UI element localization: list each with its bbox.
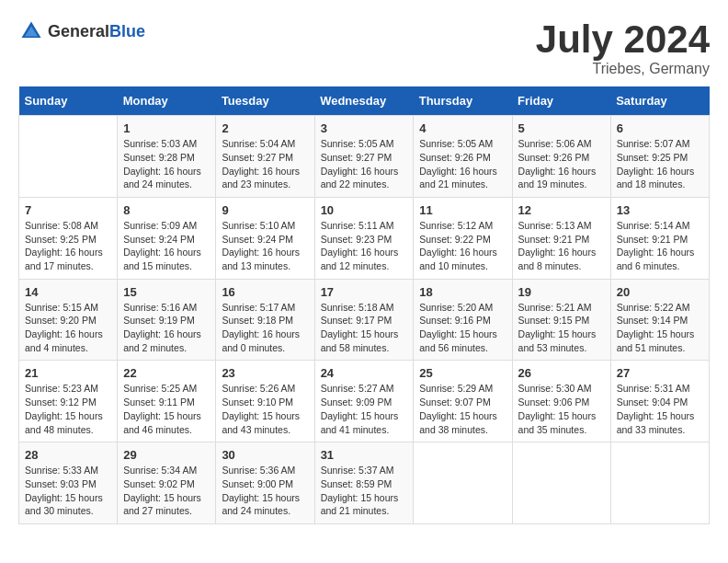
day-number: 11 xyxy=(419,203,506,217)
calendar-week-row: 28Sunrise: 5:33 AM Sunset: 9:03 PM Dayli… xyxy=(19,442,710,524)
day-number: 18 xyxy=(419,285,506,299)
day-number: 26 xyxy=(518,366,605,380)
day-info: Sunrise: 5:14 AM Sunset: 9:21 PM Dayligh… xyxy=(617,219,703,273)
calendar-cell: 26Sunrise: 5:30 AM Sunset: 9:06 PM Dayli… xyxy=(512,361,610,442)
header-day-wednesday: Wednesday xyxy=(314,86,414,116)
day-info: Sunrise: 5:22 AM Sunset: 9:14 PM Dayligh… xyxy=(617,301,703,355)
logo: GeneralBlue xyxy=(18,18,145,44)
calendar-table: SundayMondayTuesdayWednesdayThursdayFrid… xyxy=(18,86,710,524)
calendar-header-row: SundayMondayTuesdayWednesdayThursdayFrid… xyxy=(19,86,710,116)
day-number: 10 xyxy=(321,203,408,217)
day-info: Sunrise: 5:09 AM Sunset: 9:24 PM Dayligh… xyxy=(123,219,210,273)
calendar-cell: 2Sunrise: 5:04 AM Sunset: 9:27 PM Daylig… xyxy=(216,116,314,198)
day-info: Sunrise: 5:05 AM Sunset: 9:27 PM Dayligh… xyxy=(321,137,408,191)
calendar-cell xyxy=(610,442,709,524)
day-info: Sunrise: 5:03 AM Sunset: 9:28 PM Dayligh… xyxy=(123,137,210,191)
calendar-cell: 17Sunrise: 5:18 AM Sunset: 9:17 PM Dayli… xyxy=(314,279,414,361)
calendar-cell xyxy=(19,116,118,198)
calendar-cell xyxy=(414,442,512,524)
day-info: Sunrise: 5:30 AM Sunset: 9:06 PM Dayligh… xyxy=(518,382,605,436)
day-number: 6 xyxy=(617,121,703,135)
header-day-tuesday: Tuesday xyxy=(216,86,314,116)
calendar-cell: 8Sunrise: 5:09 AM Sunset: 9:24 PM Daylig… xyxy=(118,197,216,279)
day-number: 31 xyxy=(321,448,408,462)
calendar-cell: 4Sunrise: 5:05 AM Sunset: 9:26 PM Daylig… xyxy=(414,116,512,198)
calendar-cell: 1Sunrise: 5:03 AM Sunset: 9:28 PM Daylig… xyxy=(118,116,216,198)
day-info: Sunrise: 5:21 AM Sunset: 9:15 PM Dayligh… xyxy=(518,301,605,355)
day-info: Sunrise: 5:33 AM Sunset: 9:03 PM Dayligh… xyxy=(25,464,111,518)
day-number: 3 xyxy=(321,121,408,135)
calendar-cell: 12Sunrise: 5:13 AM Sunset: 9:21 PM Dayli… xyxy=(512,197,610,279)
day-number: 25 xyxy=(419,366,506,380)
day-info: Sunrise: 5:11 AM Sunset: 9:23 PM Dayligh… xyxy=(321,219,408,273)
day-number: 21 xyxy=(25,366,111,380)
subtitle: Triebes, Germany xyxy=(536,61,710,77)
calendar-cell: 23Sunrise: 5:26 AM Sunset: 9:10 PM Dayli… xyxy=(216,361,314,442)
day-number: 9 xyxy=(222,203,308,217)
day-info: Sunrise: 5:17 AM Sunset: 9:18 PM Dayligh… xyxy=(222,301,308,355)
day-number: 13 xyxy=(617,203,703,217)
day-number: 30 xyxy=(222,448,308,462)
day-number: 2 xyxy=(222,121,308,135)
title-section: July 2024 Triebes, Germany xyxy=(536,18,710,77)
day-info: Sunrise: 5:31 AM Sunset: 9:04 PM Dayligh… xyxy=(617,382,703,436)
page-header: GeneralBlue July 2024 Triebes, Germany xyxy=(18,18,710,77)
day-number: 16 xyxy=(222,285,308,299)
day-number: 29 xyxy=(123,448,210,462)
day-info: Sunrise: 5:07 AM Sunset: 9:25 PM Dayligh… xyxy=(617,137,703,191)
calendar-cell: 18Sunrise: 5:20 AM Sunset: 9:16 PM Dayli… xyxy=(414,279,512,361)
day-number: 22 xyxy=(123,366,210,380)
day-number: 12 xyxy=(518,203,605,217)
calendar-cell: 28Sunrise: 5:33 AM Sunset: 9:03 PM Dayli… xyxy=(19,442,118,524)
day-number: 28 xyxy=(25,448,111,462)
day-info: Sunrise: 5:18 AM Sunset: 9:17 PM Dayligh… xyxy=(321,301,408,355)
day-number: 17 xyxy=(321,285,408,299)
logo-text-blue: Blue xyxy=(109,22,145,40)
calendar-cell: 25Sunrise: 5:29 AM Sunset: 9:07 PM Dayli… xyxy=(414,361,512,442)
day-info: Sunrise: 5:29 AM Sunset: 9:07 PM Dayligh… xyxy=(419,382,506,436)
day-number: 27 xyxy=(617,366,703,380)
day-info: Sunrise: 5:34 AM Sunset: 9:02 PM Dayligh… xyxy=(123,464,210,518)
day-number: 8 xyxy=(123,203,210,217)
calendar-cell xyxy=(512,442,610,524)
day-info: Sunrise: 5:16 AM Sunset: 9:19 PM Dayligh… xyxy=(123,301,210,355)
day-info: Sunrise: 5:06 AM Sunset: 9:26 PM Dayligh… xyxy=(518,137,605,191)
day-number: 14 xyxy=(25,285,111,299)
day-info: Sunrise: 5:04 AM Sunset: 9:27 PM Dayligh… xyxy=(222,137,308,191)
calendar-week-row: 21Sunrise: 5:23 AM Sunset: 9:12 PM Dayli… xyxy=(19,361,710,442)
day-number: 1 xyxy=(123,121,210,135)
day-info: Sunrise: 5:10 AM Sunset: 9:24 PM Dayligh… xyxy=(222,219,308,273)
calendar-cell: 21Sunrise: 5:23 AM Sunset: 9:12 PM Dayli… xyxy=(19,361,118,442)
day-number: 7 xyxy=(25,203,111,217)
header-day-thursday: Thursday xyxy=(414,86,512,116)
day-info: Sunrise: 5:13 AM Sunset: 9:21 PM Dayligh… xyxy=(518,219,605,273)
day-number: 4 xyxy=(419,121,506,135)
day-info: Sunrise: 5:12 AM Sunset: 9:22 PM Dayligh… xyxy=(419,219,506,273)
main-title: July 2024 xyxy=(536,18,710,61)
calendar-cell: 15Sunrise: 5:16 AM Sunset: 9:19 PM Dayli… xyxy=(118,279,216,361)
day-number: 19 xyxy=(518,285,605,299)
calendar-cell: 5Sunrise: 5:06 AM Sunset: 9:26 PM Daylig… xyxy=(512,116,610,198)
calendar-cell: 20Sunrise: 5:22 AM Sunset: 9:14 PM Dayli… xyxy=(610,279,709,361)
day-info: Sunrise: 5:23 AM Sunset: 9:12 PM Dayligh… xyxy=(25,382,111,436)
day-number: 5 xyxy=(518,121,605,135)
calendar-cell: 6Sunrise: 5:07 AM Sunset: 9:25 PM Daylig… xyxy=(610,116,709,198)
day-info: Sunrise: 5:26 AM Sunset: 9:10 PM Dayligh… xyxy=(222,382,308,436)
calendar-cell: 30Sunrise: 5:36 AM Sunset: 9:00 PM Dayli… xyxy=(216,442,314,524)
header-day-friday: Friday xyxy=(512,86,610,116)
calendar-cell: 9Sunrise: 5:10 AM Sunset: 9:24 PM Daylig… xyxy=(216,197,314,279)
day-info: Sunrise: 5:27 AM Sunset: 9:09 PM Dayligh… xyxy=(321,382,408,436)
day-number: 24 xyxy=(321,366,408,380)
day-info: Sunrise: 5:05 AM Sunset: 9:26 PM Dayligh… xyxy=(419,137,506,191)
calendar-cell: 11Sunrise: 5:12 AM Sunset: 9:22 PM Dayli… xyxy=(414,197,512,279)
calendar-cell: 31Sunrise: 5:37 AM Sunset: 8:59 PM Dayli… xyxy=(314,442,414,524)
calendar-cell: 24Sunrise: 5:27 AM Sunset: 9:09 PM Dayli… xyxy=(314,361,414,442)
calendar-cell: 10Sunrise: 5:11 AM Sunset: 9:23 PM Dayli… xyxy=(314,197,414,279)
day-info: Sunrise: 5:36 AM Sunset: 9:00 PM Dayligh… xyxy=(222,464,308,518)
calendar-week-row: 1Sunrise: 5:03 AM Sunset: 9:28 PM Daylig… xyxy=(19,116,710,198)
calendar-cell: 14Sunrise: 5:15 AM Sunset: 9:20 PM Dayli… xyxy=(19,279,118,361)
calendar-cell: 3Sunrise: 5:05 AM Sunset: 9:27 PM Daylig… xyxy=(314,116,414,198)
day-number: 23 xyxy=(222,366,308,380)
day-info: Sunrise: 5:37 AM Sunset: 8:59 PM Dayligh… xyxy=(321,464,408,518)
calendar-cell: 16Sunrise: 5:17 AM Sunset: 9:18 PM Dayli… xyxy=(216,279,314,361)
